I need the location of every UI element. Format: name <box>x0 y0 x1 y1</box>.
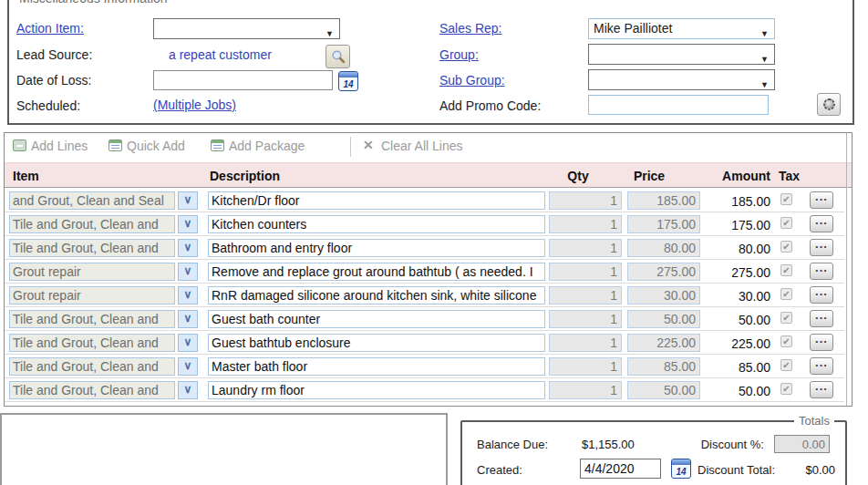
description-input[interactable] <box>208 191 545 210</box>
price-input[interactable] <box>627 381 700 399</box>
line-options-button[interactable]: ... <box>810 381 833 398</box>
clear-all-lines-button[interactable]: Clear All Lines <box>381 139 463 153</box>
discount-pct-input[interactable] <box>774 435 830 453</box>
item-combo-arrow-button[interactable]: ∨ <box>178 239 198 257</box>
tax-checkbox[interactable]: ✔ <box>780 217 792 229</box>
price-input[interactable] <box>627 215 700 233</box>
description-input[interactable] <box>208 334 545 352</box>
action-item-select[interactable]: ▼ <box>153 18 340 39</box>
date-of-loss-input[interactable] <box>153 70 333 90</box>
qty-input[interactable] <box>549 215 622 233</box>
group-select[interactable]: ▼ <box>588 44 775 65</box>
qty-input[interactable] <box>549 381 622 399</box>
description-input[interactable] <box>208 263 545 281</box>
line-options-button[interactable]: ... <box>810 239 833 256</box>
description-input[interactable] <box>208 286 545 304</box>
item-combo[interactable]: Tile and Grout, Clean and <box>9 357 175 376</box>
item-combo-arrow-button[interactable]: ∨ <box>178 381 198 399</box>
item-combo[interactable]: Grout repair <box>9 263 175 281</box>
sales-rep-link[interactable]: Sales Rep: <box>439 21 501 36</box>
tax-checkbox[interactable]: ✔ <box>780 193 792 205</box>
amount-value: 175.00 <box>693 218 770 232</box>
promo-code-apply-button[interactable] <box>817 93 841 116</box>
item-combo[interactable]: and Grout, Clean and Seal <box>9 191 175 210</box>
qty-input[interactable] <box>549 310 622 328</box>
price-input[interactable] <box>627 286 700 304</box>
price-input[interactable] <box>627 310 700 328</box>
action-item-link[interactable]: Action Item: <box>16 21 84 36</box>
line-options-button[interactable]: ... <box>810 191 833 209</box>
qty-input[interactable] <box>549 357 622 376</box>
created-date-input[interactable] <box>580 459 661 479</box>
ellipsis-icon: ... <box>811 335 832 344</box>
grid-right-divider <box>846 133 847 406</box>
multiple-jobs-link[interactable]: (Multiple Jobs) <box>153 98 236 112</box>
sub-group-link[interactable]: Sub Group: <box>439 73 505 88</box>
price-input[interactable] <box>627 334 700 352</box>
item-combo-arrow-button[interactable]: ∨ <box>178 357 198 376</box>
qty-input[interactable] <box>549 286 622 304</box>
check-icon: ✔ <box>781 242 791 252</box>
line-options-button[interactable]: ... <box>810 263 833 280</box>
notes-box[interactable] <box>0 413 448 485</box>
price-input[interactable] <box>627 357 700 376</box>
item-combo-arrow-button[interactable]: ∨ <box>178 334 198 352</box>
qty-input[interactable] <box>549 334 622 352</box>
tax-checkbox[interactable]: ✔ <box>780 241 792 253</box>
discount-pct-label: Discount %: <box>675 438 764 451</box>
item-combo-arrow-button[interactable]: ∨ <box>178 286 198 304</box>
tax-checkbox[interactable]: ✔ <box>780 312 792 324</box>
item-combo[interactable]: Tile and Grout, Clean and <box>9 239 175 257</box>
price-input[interactable] <box>627 263 700 281</box>
promo-code-input[interactable] <box>588 95 769 115</box>
description-input[interactable] <box>208 381 545 399</box>
ellipsis-icon: ... <box>811 382 832 391</box>
quick-add-button[interactable]: Quick Add <box>127 139 185 153</box>
add-package-button[interactable]: Add Package <box>229 139 305 153</box>
calendar-icon[interactable]: 14 <box>338 71 358 91</box>
sub-group-select[interactable]: ▼ <box>588 69 775 90</box>
lead-source-search-button[interactable] <box>326 45 350 68</box>
item-combo-arrow-button[interactable]: ∨ <box>178 191 198 210</box>
item-combo-arrow-button[interactable]: ∨ <box>178 310 198 328</box>
sales-rep-select[interactable]: Mike Pailliotet ▼ <box>588 18 775 39</box>
description-input[interactable] <box>208 239 545 257</box>
item-combo[interactable]: Tile and Grout, Clean and <box>9 215 175 233</box>
item-combo[interactable]: Grout repair <box>9 286 175 304</box>
item-combo[interactable]: Tile and Grout, Clean and <box>9 334 175 352</box>
tax-checkbox[interactable]: ✔ <box>780 288 792 300</box>
item-combo[interactable]: Tile and Grout, Clean and <box>9 381 175 399</box>
line-options-button[interactable]: ... <box>810 215 833 232</box>
price-input[interactable] <box>627 239 700 257</box>
group-link[interactable]: Group: <box>439 47 479 62</box>
tax-checkbox[interactable]: ✔ <box>780 335 792 347</box>
lead-source-value[interactable]: a repeat customer <box>169 47 272 62</box>
qty-input[interactable] <box>549 239 622 257</box>
line-options-button[interactable]: ... <box>810 334 833 351</box>
description-input[interactable] <box>208 215 545 233</box>
item-combo[interactable]: Tile and Grout, Clean and <box>9 310 175 328</box>
chevron-down-icon: ∨ <box>184 217 192 230</box>
add-lines-button[interactable]: Add Lines <box>31 139 88 153</box>
price-input[interactable] <box>627 191 700 210</box>
chevron-down-icon: ∨ <box>184 193 192 206</box>
check-icon: ✔ <box>781 194 791 204</box>
line-options-button[interactable]: ... <box>810 286 833 304</box>
calendar-icon[interactable]: 14 <box>671 459 691 479</box>
line-options-button[interactable]: ... <box>810 310 833 327</box>
line-options-button[interactable]: ... <box>810 357 833 375</box>
line-item-row: Tile and Grout, Clean and ∨ 50.00 ✔ ... <box>5 378 844 402</box>
description-input[interactable] <box>208 357 545 376</box>
tax-checkbox[interactable]: ✔ <box>780 383 792 395</box>
totals-legend: Totals <box>794 414 834 428</box>
tax-checkbox[interactable]: ✔ <box>780 359 792 371</box>
qty-input[interactable] <box>549 263 622 281</box>
line-items: and Grout, Clean and Seal ∨ 185.00 ✔ ...… <box>5 189 844 402</box>
item-combo-arrow-button[interactable]: ∨ <box>178 263 198 281</box>
qty-input[interactable] <box>549 191 622 210</box>
item-combo-arrow-button[interactable]: ∨ <box>178 215 198 233</box>
tax-checkbox[interactable]: ✔ <box>780 264 792 276</box>
ellipsis-icon: ... <box>811 287 832 296</box>
description-input[interactable] <box>208 310 545 328</box>
check-icon: ✔ <box>781 336 791 346</box>
